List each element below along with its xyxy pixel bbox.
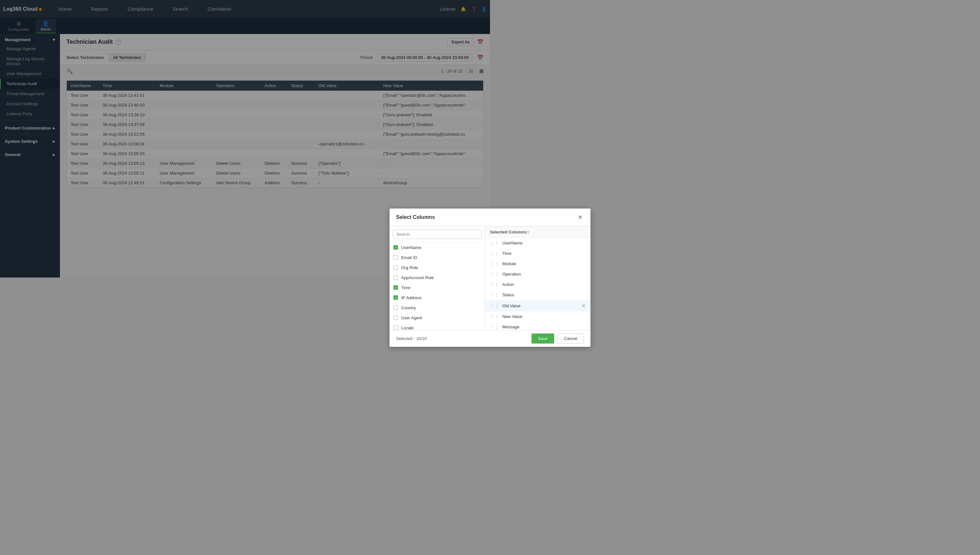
left-column-item[interactable]: AppAccount Role [389,273,485,278]
left-panel: ✓UserNameEmail IDOrg RoleAppAccount Role… [389,226,485,278]
selected-column-item[interactable]: ⋮⋮Operation [485,269,490,278]
column-search-box [389,226,485,242]
selected-column-item[interactable]: ⋮⋮UserName [485,238,490,249]
selected-columns-list: ⋮⋮UserName⋮⋮Time⋮⋮Module⋮⋮Operation⋮⋮Act… [485,238,490,278]
column-checkbox[interactable] [393,255,398,260]
column-checkbox[interactable]: ✓ [393,245,398,250]
column-label: UserName [401,245,421,250]
selected-column-item[interactable]: ⋮⋮Time [485,249,490,259]
dialog-body: ✓UserNameEmail IDOrg RoleAppAccount Role… [389,226,490,278]
left-column-item[interactable]: Email ID [389,253,485,263]
column-checkbox[interactable] [393,265,398,270]
left-column-item[interactable]: ✓UserName [389,242,485,253]
column-label: Org Role [401,265,418,270]
selected-columns-header: Selected Columns:: [485,226,490,238]
column-label: Email ID [401,255,417,260]
modal-overlay[interactable]: Select Columns ✕ ✓UserNameEmail IDOrg Ro… [0,0,490,278]
selected-column-item[interactable]: ⋮⋮Module [485,259,490,269]
right-panel: Selected Columns:: ⋮⋮UserName⋮⋮Time⋮⋮Mod… [485,226,490,278]
left-column-item[interactable]: Org Role [389,263,485,273]
column-label: AppAccount Role [401,275,434,278]
column-search-input[interactable] [393,229,481,239]
dialog-title: Select Columns [396,214,435,220]
column-checkbox[interactable] [393,275,398,278]
column-list: ✓UserNameEmail IDOrg RoleAppAccount Role… [389,242,485,278]
select-columns-dialog: Select Columns ✕ ✓UserNameEmail IDOrg Ro… [389,209,490,278]
dialog-header: Select Columns ✕ [389,209,490,226]
